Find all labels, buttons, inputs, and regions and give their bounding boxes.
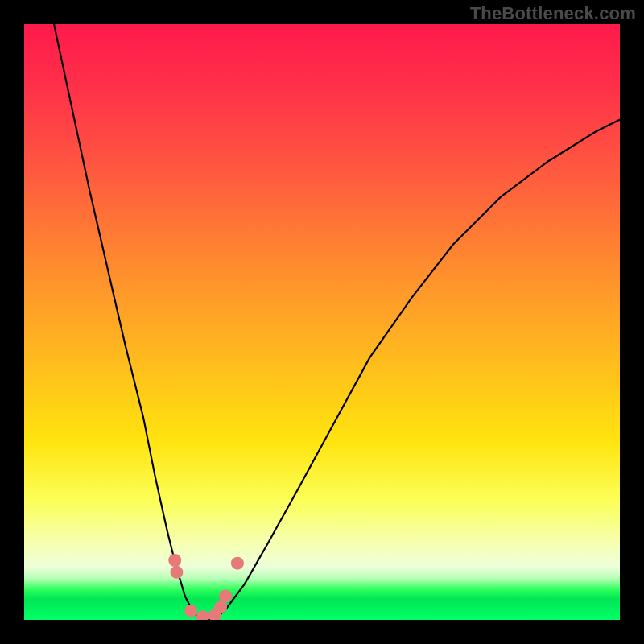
curve-layer — [24, 24, 620, 620]
marker-dot — [168, 554, 181, 567]
near-minimum-markers — [168, 554, 244, 620]
marker-dot — [231, 557, 244, 570]
watermark-label: TheBottleneck.com — [470, 3, 636, 24]
marker-dot — [196, 610, 209, 620]
marker-dot — [170, 566, 183, 579]
marker-dot — [184, 605, 197, 617]
marker-dot — [219, 589, 232, 602]
bottleneck-curve — [54, 24, 620, 620]
chart-frame: TheBottleneck.com — [0, 0, 644, 644]
